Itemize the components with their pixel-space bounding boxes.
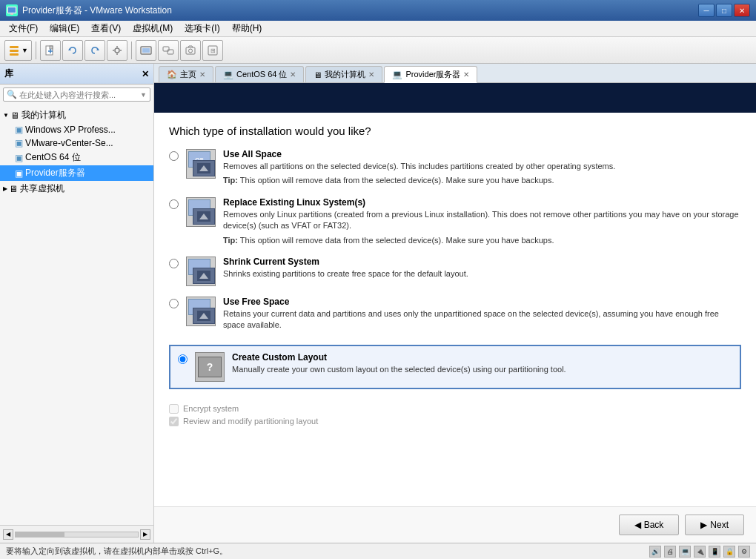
sidebar-item-shared-vm[interactable]: ▶ 🖥 共享虚拟机 xyxy=(0,181,153,196)
status-icon-1: 🔊 xyxy=(649,546,661,558)
tab-centos[interactable]: 💻 CentOS 64 位 ✕ xyxy=(215,66,304,82)
svg-text:⊞: ⊞ xyxy=(210,47,215,54)
horizontal-scrollbar[interactable]: ◀ ▶ xyxy=(0,529,153,540)
next-label: Next xyxy=(710,520,729,530)
installer-content: Which type of installation would you lik… xyxy=(154,83,756,543)
tab-home-close[interactable]: ✕ xyxy=(199,70,205,79)
option-free-space-text: Use Free Space Retains your current data… xyxy=(223,297,741,334)
tab-provider[interactable]: 💻 Provider服务器 ✕ xyxy=(384,66,477,83)
maximize-button[interactable]: □ xyxy=(716,4,732,17)
tab-home[interactable]: 🏠 主页 ✕ xyxy=(159,66,213,82)
sidebar-item-provider[interactable]: ▣ Provider服务器 xyxy=(0,165,153,181)
sidebar-item-label: Windows XP Profess... xyxy=(25,125,116,135)
sidebar-header: 库 ✕ xyxy=(0,64,153,85)
option-replace-linux-title: Replace Existing Linux System(s) xyxy=(223,197,741,208)
back-button[interactable]: ◀ Back xyxy=(619,515,680,535)
option-custom-layout-title: Create Custom Layout xyxy=(232,352,732,363)
installer-body: Which type of installation would you lik… xyxy=(154,113,756,506)
search-dropdown-icon[interactable]: ▼ xyxy=(140,91,147,99)
tab-provider-close[interactable]: ✕ xyxy=(463,70,469,79)
minimize-button[interactable]: ─ xyxy=(698,4,714,17)
option-shrink: Shrink Current System Shrinks existing p… xyxy=(169,257,741,286)
option-shrink-text: Shrink Current System Shrinks existing p… xyxy=(223,257,741,282)
installer-title: Which type of installation would you lik… xyxy=(169,125,741,137)
menu-help[interactable]: 帮助(H) xyxy=(226,21,268,36)
option-shrink-radio[interactable] xyxy=(169,259,179,268)
option-shrink-title: Shrink Current System xyxy=(223,257,741,267)
option-custom-layout-icon: ? xyxy=(195,352,225,382)
scroll-right-btn[interactable]: ▶ xyxy=(140,529,150,540)
toolbar-vm-btn[interactable] xyxy=(158,40,179,61)
sidebar-item-winxp[interactable]: ▣ Windows XP Profess... xyxy=(0,123,153,136)
tab-mycomputer-close[interactable]: ✕ xyxy=(368,70,374,79)
svg-rect-20 xyxy=(168,50,173,54)
tab-label: 我的计算机 xyxy=(325,69,365,80)
toolbar-home-btn[interactable]: ▼ xyxy=(4,40,32,61)
svg-rect-5 xyxy=(10,53,19,56)
svg-rect-7 xyxy=(50,46,53,49)
sidebar-item-label: 我的计算机 xyxy=(21,109,66,122)
svg-rect-19 xyxy=(163,47,169,51)
sidebar-search-box[interactable]: 🔍 ▼ xyxy=(3,87,150,102)
option-custom-layout-text: Create Custom Layout Manually create you… xyxy=(232,352,732,378)
scroll-left-btn[interactable]: ◀ xyxy=(3,529,13,540)
option-use-all-space-radio[interactable] xyxy=(169,151,179,161)
vm-icon: ▣ xyxy=(15,153,23,163)
menu-view[interactable]: 查看(V) xyxy=(85,21,127,36)
sidebar-item-my-computer[interactable]: ▼ 🖥 我的计算机 xyxy=(0,108,153,123)
toolbar-fullscreen-btn[interactable] xyxy=(136,40,156,61)
status-bar: 要将输入定向到该虚拟机，请在虚拟机内部单击或按 Ctrl+G。 🔊 🖨 💻 🔌 … xyxy=(0,543,756,559)
sidebar-item-vmware-vcenter[interactable]: ▣ VMware-vCenter-Se... xyxy=(0,136,153,150)
menu-edit[interactable]: 编辑(E) xyxy=(44,21,85,36)
tab-mycomputer[interactable]: 🖥 我的计算机 ✕ xyxy=(305,66,382,82)
review-partitioning-checkbox xyxy=(169,417,179,426)
close-button[interactable]: ✕ xyxy=(734,4,750,17)
next-button[interactable]: ▶ Next xyxy=(685,515,744,535)
tab-centos-close[interactable]: ✕ xyxy=(290,70,296,79)
option-free-space-icon xyxy=(186,297,216,326)
option-free-space-radio[interactable] xyxy=(169,299,179,308)
search-input[interactable] xyxy=(19,90,140,99)
sidebar-title: 库 xyxy=(4,67,13,80)
svg-point-22 xyxy=(188,49,192,53)
toolbar-snapshot-btn[interactable] xyxy=(180,40,201,61)
installer-footer: ◀ Back ▶ Next xyxy=(154,506,756,543)
toolbar-undo-btn[interactable] xyxy=(62,40,83,61)
option-replace-linux-radio[interactable] xyxy=(169,199,179,209)
status-icon-6: 🔒 xyxy=(723,546,735,558)
option-use-all-space-text: Use All Space Removes all partitions on … xyxy=(223,149,741,187)
sidebar-item-centos64[interactable]: ▣ CentOS 64 位 xyxy=(0,150,153,165)
provider-tab-icon: 💻 xyxy=(392,70,402,79)
title-bar: Provider服务器 - VMware Workstation ─ □ ✕ xyxy=(0,0,756,21)
menu-vm[interactable]: 虚拟机(M) xyxy=(127,21,179,36)
svg-rect-1 xyxy=(8,7,16,13)
option-use-all-space-title: Use All Space xyxy=(223,149,741,159)
scrollbar-track[interactable] xyxy=(15,532,139,538)
svg-rect-21 xyxy=(186,47,195,54)
window-controls[interactable]: ─ □ ✕ xyxy=(698,4,750,17)
sidebar-close-icon[interactable]: ✕ xyxy=(142,69,149,79)
review-partitioning-row: Review and modify partitioning layout xyxy=(169,417,741,426)
option-replace-linux-icon xyxy=(186,197,216,227)
status-text: 要将输入定向到该虚拟机，请在虚拟机内部单击或按 Ctrl+G。 xyxy=(6,546,228,557)
main-layout: 库 ✕ 🔍 ▼ ▼ 🖥 我的计算机 ▣ Windows XP Profess..… xyxy=(0,64,756,543)
status-icon-settings[interactable]: ⚙ xyxy=(738,546,750,558)
tab-label: CentOS 64 位 xyxy=(236,69,287,80)
tab-label: Provider服务器 xyxy=(405,69,460,80)
sidebar-item-label: VMware-vCenter-Se... xyxy=(25,138,113,148)
menu-bar: 文件(F) 编辑(E) 查看(V) 虚拟机(M) 选项卡(I) 帮助(H) xyxy=(0,21,756,37)
menu-file[interactable]: 文件(F) xyxy=(3,21,44,36)
toolbar-ctrl-btn[interactable]: ⊞ xyxy=(202,40,223,61)
toolbar-new-btn[interactable] xyxy=(40,40,61,61)
option-replace-linux-text: Replace Existing Linux System(s) Removes… xyxy=(223,197,741,246)
option-replace-linux-desc: Removes only Linux partitions (created f… xyxy=(223,209,741,232)
option-shrink-desc: Shrinks existing partitions to create fr… xyxy=(223,268,741,280)
option-custom-layout-radio[interactable] xyxy=(178,354,188,364)
vm-icon: ▣ xyxy=(15,125,23,135)
svg-rect-2 xyxy=(10,13,13,15)
toolbar-redo-btn[interactable] xyxy=(84,40,105,61)
status-icon-2: 🖨 xyxy=(664,546,676,558)
option-custom-layout: ? Create Custom Layout Manually create y… xyxy=(169,345,741,389)
toolbar-settings-btn[interactable] xyxy=(107,40,127,61)
menu-tab[interactable]: 选项卡(I) xyxy=(179,21,225,36)
